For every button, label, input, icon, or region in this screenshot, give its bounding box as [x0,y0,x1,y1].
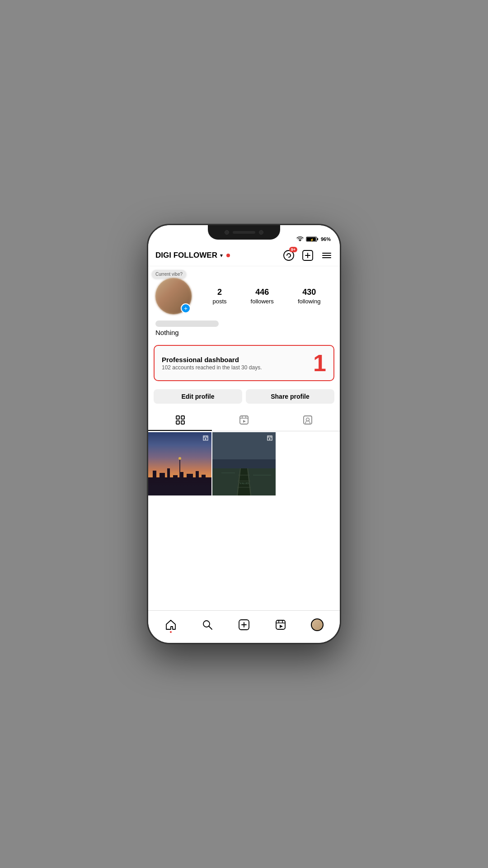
nav-profile[interactable] [308,616,326,634]
following-label: following [298,298,321,305]
profile-name-row: Nothing [155,321,333,337]
chevron-down-icon[interactable]: ▾ [220,252,223,259]
svg-rect-21 [153,471,156,495]
following-stat[interactable]: 430 following [298,288,321,305]
content-area: Current vibe? + 2 posts [148,266,340,608]
svg-rect-23 [167,468,170,495]
pro-dashboard-text: Professional dashboard 102 accounts reac… [162,356,309,371]
profile-stats: 2 posts 446 followers 430 following [201,288,333,305]
svg-rect-27 [196,471,199,495]
svg-rect-18 [304,416,312,424]
reel-icon-1 [202,435,209,441]
svg-rect-12 [176,416,179,419]
grid-icon [175,415,186,425]
avatar-bubble: Current vibe? [152,270,186,278]
home-active-dot [170,631,172,633]
notification-badge: 9+ [289,247,297,252]
nav-add[interactable] [235,616,253,634]
add-story-button[interactable]: + [181,303,191,313]
action-buttons: Edit profile Share profile [148,386,340,407]
phone-frame: 9:41 ⚡ 96% [147,224,341,644]
svg-rect-16 [240,416,248,424]
svg-marker-31 [205,438,207,440]
phone-screen: 9:41 ⚡ 96% [148,225,340,643]
reel-indicator-2 [267,435,273,441]
svg-rect-26 [187,474,193,495]
hamburger-icon [321,250,333,261]
svg-rect-28 [202,475,206,495]
add-square-icon [302,250,314,261]
svg-rect-24 [173,475,178,495]
following-count: 430 [298,288,321,297]
svg-rect-13 [181,416,184,419]
reels-nav-icon [275,619,286,631]
followers-label: followers [251,298,274,305]
svg-rect-2 [317,238,318,241]
pro-dashboard-title: Professional dashboard [162,356,309,363]
tagged-icon [302,415,313,425]
threads-button[interactable]: 9+ [283,250,295,261]
svg-text:⚡: ⚡ [310,238,314,242]
svg-rect-15 [181,421,184,424]
battery-icon: ⚡ [306,236,319,242]
pro-dashboard-subtitle: 102 accounts reached in the last 30 days… [162,364,309,371]
header-left: DIGI FOLLOWER ▾ [155,251,230,260]
profile-section: Current vibe? + 2 posts [148,266,340,340]
reel-indicator-1 [202,435,209,441]
add-post-button[interactable] [302,250,314,261]
profile-display-name: Nothing [155,329,179,336]
username-label: DIGI FOLLOWER [155,251,217,260]
nav-home[interactable] [162,616,180,634]
svg-line-46 [209,626,212,629]
wifi-icon [296,236,304,242]
grid-item-2[interactable]: YALID [212,432,276,495]
svg-rect-20 [148,477,211,495]
face-id [259,230,263,235]
pro-dashboard-badge: 1 [313,351,326,375]
svg-rect-50 [276,620,285,629]
avatar-container: Current vibe? + [155,274,192,314]
followers-count: 446 [251,288,274,297]
posts-count: 2 [213,288,227,297]
svg-marker-51 [280,625,283,628]
nav-reels[interactable] [272,616,290,634]
grid-item-1[interactable] [148,432,211,495]
online-dot [226,254,230,257]
profile-nav-avatar [311,618,324,631]
professional-dashboard-button[interactable]: Professional dashboard 102 accounts reac… [154,345,334,381]
battery-percent: 96% [321,236,331,242]
header-icons: 9+ [283,250,333,261]
header: DIGI FOLLOWER ▾ 9+ [148,245,340,266]
svg-rect-22 [160,473,165,495]
menu-button[interactable] [321,250,333,261]
reel-icon-2 [267,435,273,441]
add-nav-icon [238,619,250,631]
followers-stat[interactable]: 446 followers [251,288,274,305]
search-icon [202,619,213,631]
svg-marker-17 [243,420,246,423]
dock-art: YALID [212,432,276,495]
bottom-nav [148,610,340,643]
profile-top: Current vibe? + 2 posts [155,274,333,314]
tab-tagged[interactable] [276,409,340,431]
svg-text:YALID: YALID [239,481,249,485]
posts-label: posts [213,298,227,305]
home-icon [165,619,177,631]
svg-rect-33 [212,432,276,459]
notch [208,225,280,240]
svg-rect-25 [180,472,183,495]
photo-grid: YALID [148,432,340,495]
edit-profile-button[interactable]: Edit profile [154,389,242,404]
profile-name-bar [155,321,219,327]
tab-grid[interactable] [148,409,212,431]
tabs [148,409,340,431]
share-profile-button[interactable]: Share profile [246,389,334,404]
svg-point-5 [290,255,291,256]
nav-search[interactable] [198,616,216,634]
camera [225,230,229,235]
tab-reels[interactable] [212,409,276,431]
posts-stat[interactable]: 2 posts [213,288,227,305]
svg-point-30 [178,457,181,460]
svg-rect-14 [176,421,179,424]
svg-marker-44 [269,438,271,440]
